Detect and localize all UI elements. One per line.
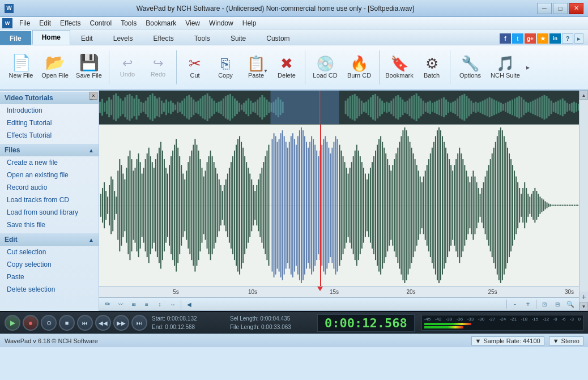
menu-tools[interactable]: Tools [116, 18, 141, 28]
more-icon[interactable]: ▸ [574, 33, 583, 44]
record-button[interactable]: ● [23, 315, 39, 331]
sidebar-link-copy-selection[interactable]: Copy selection [0, 258, 99, 271]
burn-cd-button[interactable]: 🔥 Burn CD [343, 48, 376, 87]
zoom-in-time-btn[interactable]: - [509, 298, 521, 310]
undo-button[interactable]: ↩ Undo [113, 48, 142, 87]
tab-home[interactable]: Home [32, 30, 70, 45]
linkedin-icon[interactable]: in [549, 33, 561, 44]
menu-bookmark[interactable]: Bookmark [141, 18, 181, 28]
menu-view[interactable]: View [181, 18, 204, 28]
zoom-plus-icon[interactable]: + [580, 292, 588, 302]
new-file-button[interactable]: 📄 New File [5, 48, 37, 87]
open-file-button[interactable]: 📂 Open File [39, 48, 71, 87]
bookmark-button[interactable]: 🔖 Bookmark [383, 48, 416, 87]
tab-file[interactable]: File [0, 31, 31, 45]
redo-button[interactable]: ↪ Redo [143, 48, 173, 87]
svg-rect-216 [148, 148, 150, 263]
section-header-video-tutorials[interactable]: Video Tutorials ▲ [0, 92, 99, 104]
sidebar-link-cut-selection[interactable]: Cut selection [0, 246, 99, 258]
save-file-button[interactable]: 💾 Save File [73, 48, 105, 87]
fast-forward-button[interactable]: ▶▶ [113, 315, 129, 331]
svg-rect-450 [552, 204, 553, 206]
menu-file[interactable]: File [15, 18, 35, 28]
waveform-tool-btn-3[interactable]: ≡ [140, 298, 153, 310]
waveform-overview[interactable] [99, 91, 579, 125]
close-button[interactable]: ✕ [569, 3, 583, 14]
loop-button[interactable]: ⊙ [41, 315, 57, 331]
skip-start-button[interactable]: ⏮ [77, 315, 93, 331]
facebook-icon[interactable]: f [500, 33, 511, 44]
section-header-edit[interactable]: Edit ▲ [0, 233, 99, 246]
sidebar-link-load-tracks-cd[interactable]: Load tracks from CD [0, 194, 99, 206]
sidebar-link-create-new-file[interactable]: Create a new file [0, 156, 99, 169]
sidebar-link-open-existing-file[interactable]: Open an existing file [0, 169, 99, 181]
zoom-out-time-btn[interactable]: + [522, 298, 534, 310]
sidebar-link-introduction[interactable]: Introduction [0, 104, 99, 117]
svg-rect-202 [124, 180, 125, 232]
sidebar-link-editing-tutorial[interactable]: Editing Tutorial [0, 117, 99, 129]
stop-button[interactable]: ■ [59, 315, 75, 331]
tab-effects[interactable]: Effects [143, 31, 183, 45]
sidebar-link-delete-selection[interactable]: Delete selection [0, 283, 99, 296]
zoom-fit-btn[interactable]: ⊡ [538, 298, 551, 310]
files-label: Files [5, 146, 20, 154]
skip-end-button[interactable]: ⏭ [131, 315, 147, 331]
copy-icon: ⎘ [221, 56, 230, 71]
sidebar-close-button[interactable]: × [90, 92, 97, 100]
help-icon[interactable]: ? [562, 33, 573, 44]
tab-tools[interactable]: Tools [185, 31, 220, 45]
tab-suite[interactable]: Suite [221, 31, 255, 45]
section-header-files[interactable]: Files ▲ [0, 144, 99, 156]
play-button[interactable]: ▶ [5, 315, 20, 331]
nch-suite-button[interactable]: 🎵 NCH Suite [488, 48, 523, 87]
more-tools-icon[interactable]: ▸ [524, 48, 532, 87]
menu-help[interactable]: Help [238, 18, 261, 28]
delete-button[interactable]: ✖ Delete [272, 48, 301, 87]
pencil-tool-btn[interactable]: ✏ [101, 298, 114, 310]
google-plus-icon[interactable]: g+ [525, 33, 536, 44]
svg-rect-25 [156, 99, 158, 116]
svg-rect-39 [188, 95, 190, 119]
scroll-track[interactable] [580, 100, 588, 292]
batch-button[interactable]: ⚙ Batch [417, 48, 446, 87]
tab-edit[interactable]: Edit [71, 31, 103, 45]
svg-rect-460 [569, 204, 570, 206]
waveform-main[interactable] [99, 125, 579, 286]
waveform-tool-back[interactable]: ◀ [183, 298, 195, 310]
star-icon[interactable]: ★ [537, 33, 548, 44]
svg-rect-249 [205, 170, 206, 240]
options-button[interactable]: 🔧 Options [454, 48, 487, 87]
minimize-button[interactable]: ─ [537, 3, 552, 14]
sidebar-link-record-audio[interactable]: Record audio [0, 181, 99, 194]
menu-effects[interactable]: Effects [56, 18, 85, 28]
sidebar-link-load-sound-library[interactable]: Load from sound library [0, 206, 99, 219]
scroll-up-arrow[interactable]: ▲ [580, 91, 588, 100]
sidebar-link-paste[interactable]: Paste [0, 271, 99, 283]
paste-label: Paste [248, 72, 264, 79]
menu-control[interactable]: Control [86, 18, 117, 28]
waveform-tool-btn-5[interactable]: ↔ [167, 298, 179, 310]
load-cd-button[interactable]: 💿 Load CD [309, 48, 342, 87]
svg-rect-117 [423, 101, 424, 114]
zoom-sel-btn[interactable]: ⊟ [551, 298, 564, 310]
twitter-icon[interactable]: t [512, 33, 523, 44]
menu-window[interactable]: Window [204, 18, 238, 28]
cut-button[interactable]: ✂ Cut [180, 48, 210, 87]
paste-button[interactable]: 📋 Paste ▼ [241, 48, 271, 87]
waveform-tool-btn-4[interactable]: ↕ [154, 298, 166, 310]
scroll-down-arrow[interactable]: ▼ [580, 302, 588, 311]
maximize-button[interactable]: □ [553, 3, 568, 14]
waveform-tool-btn-1[interactable]: 〰 [114, 298, 127, 310]
tab-custom[interactable]: Custom [257, 31, 299, 45]
channels-dropdown[interactable]: ▼ Stereo [549, 336, 583, 345]
sidebar-link-save-file[interactable]: Save this file [0, 219, 99, 231]
rewind-button[interactable]: ◀◀ [95, 315, 111, 331]
waveform-tool-btn-2[interactable]: ≋ [127, 298, 140, 310]
paste-arrow-icon[interactable]: ▼ [263, 69, 268, 74]
sidebar-link-effects-tutorial[interactable]: Effects Tutorial [0, 129, 99, 142]
menu-edit[interactable]: Edit [35, 18, 56, 28]
sample-rate-dropdown[interactable]: ▼ Sample Rate: 44100 [471, 336, 544, 345]
zoom-wave-btn[interactable]: 🔍 [564, 298, 577, 310]
tab-levels[interactable]: Levels [104, 31, 143, 45]
copy-button[interactable]: ⎘ Copy [211, 48, 240, 87]
